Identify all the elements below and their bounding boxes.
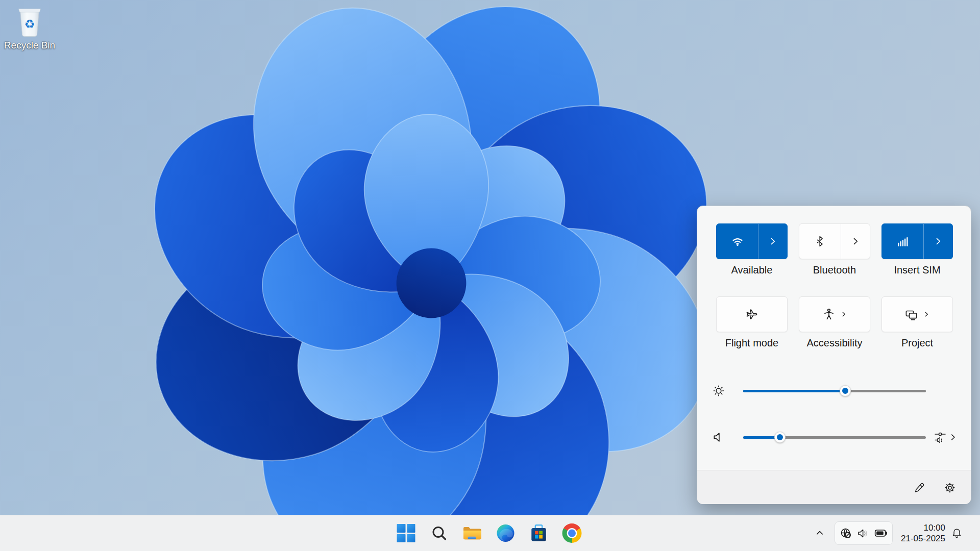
edge-icon: [496, 523, 516, 543]
wifi-tile-label: Available: [731, 264, 773, 278]
accessibility-icon: [822, 308, 836, 321]
recycle-bin-shortcut[interactable]: ♻ Recycle Bin: [6, 6, 53, 51]
wifi-expand-button[interactable]: [758, 224, 787, 259]
settings-button[interactable]: [942, 480, 958, 495]
flight-mode-tile[interactable]: [716, 296, 788, 332]
accessibility-tile[interactable]: [799, 296, 870, 332]
chevron-right-small-icon: [923, 311, 930, 318]
desktop: ♻ Recycle Bin: [0, 0, 980, 551]
flight-mode-tile-label: Flight mode: [725, 337, 779, 350]
volume-slider[interactable]: [743, 436, 926, 439]
brightness-thumb[interactable]: [840, 385, 851, 396]
taskbar-center-icons: [396, 515, 582, 551]
recycle-bin-label: Recycle Bin: [4, 40, 55, 51]
gear-icon: [944, 482, 956, 494]
chrome-icon: [562, 523, 582, 543]
brightness-slider[interactable]: [743, 390, 926, 392]
bell-icon: [951, 528, 963, 539]
quick-settings-row-1: Available: [716, 223, 953, 278]
system-tray: 10:00 21-05-2025: [813, 515, 980, 551]
bluetooth-tile: [799, 223, 870, 259]
notification-center-button[interactable]: [950, 523, 963, 543]
tray-date: 21-05-2025: [894, 533, 945, 544]
bluetooth-tile-label: Bluetooth: [813, 264, 856, 278]
start-button[interactable]: [396, 523, 416, 543]
volume-slider-row: [697, 426, 972, 448]
sound-output-button[interactable]: [933, 429, 960, 446]
quick-settings-panel: Available: [697, 206, 971, 504]
svg-text:♻: ♻: [24, 17, 35, 31]
search-button[interactable]: [429, 523, 450, 543]
globe-no-internet-icon: [840, 527, 852, 540]
recycle-bin-icon: ♻: [14, 6, 45, 38]
speaker-volume-icon: [857, 527, 870, 540]
edge-button[interactable]: [496, 523, 516, 543]
speaker-icon: [712, 431, 725, 444]
cellular-signal-icon: [896, 235, 910, 248]
cellular-tile: [881, 223, 953, 259]
wifi-icon: [731, 235, 744, 248]
cellular-expand-button[interactable]: [924, 224, 952, 259]
tray-time: 10:00: [894, 522, 945, 533]
quick-settings-footer: [697, 470, 971, 504]
edit-quick-settings-button[interactable]: [912, 480, 927, 495]
file-explorer-icon: [462, 524, 483, 542]
quick-settings-row-2: Flight mode: [716, 296, 953, 350]
windows-start-icon: [397, 524, 415, 542]
cellular-tile-label: Insert SIM: [894, 264, 940, 278]
file-explorer-button[interactable]: [462, 523, 483, 543]
airplane-icon: [745, 308, 758, 321]
search-icon: [431, 524, 448, 542]
chevron-right-icon: [768, 236, 778, 246]
bluetooth-toggle-button[interactable]: [799, 224, 841, 259]
taskbar: 10:00 21-05-2025: [0, 515, 980, 551]
clock-button[interactable]: 10:00 21-05-2025: [894, 522, 945, 544]
project-tile-label: Project: [901, 337, 933, 350]
pencil-icon: [913, 482, 925, 494]
chevron-right-small-icon: [840, 311, 847, 318]
microsoft-store-button[interactable]: [529, 523, 549, 543]
project-icon: [904, 308, 918, 321]
brightness-slider-row: [697, 380, 972, 402]
microsoft-store-icon: [529, 523, 549, 543]
volume-thumb[interactable]: [774, 432, 786, 443]
brightness-sun-icon: [712, 384, 725, 397]
project-tile[interactable]: [881, 296, 953, 332]
cellular-toggle-button[interactable]: [882, 224, 923, 259]
sound-output-icon: [933, 430, 947, 444]
chevron-right-icon: [850, 236, 861, 246]
brightness-fill: [743, 390, 845, 392]
wifi-tile: [716, 223, 788, 259]
chrome-button[interactable]: [562, 523, 582, 543]
bluetooth-expand-button[interactable]: [841, 224, 870, 259]
bluetooth-icon: [814, 235, 826, 247]
chevron-right-icon: [948, 433, 958, 442]
wifi-toggle-button[interactable]: [717, 224, 758, 259]
accessibility-tile-label: Accessibility: [807, 337, 863, 350]
chevron-right-icon: [933, 236, 943, 246]
hidden-icons-button[interactable]: [813, 523, 826, 543]
battery-icon: [874, 527, 888, 540]
chevron-up-icon: [815, 529, 824, 538]
network-volume-battery-button[interactable]: [835, 521, 893, 545]
